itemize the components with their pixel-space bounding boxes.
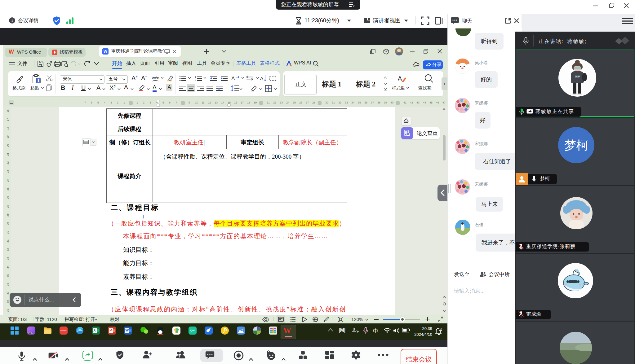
- svg-text:A: A: [260, 76, 263, 81]
- svg-text:<>: <>: [217, 87, 221, 90]
- svg-text:wén: wén: [152, 76, 159, 80]
- svg-text:1: 1: [195, 76, 196, 78]
- svg-text:2: 2: [195, 79, 196, 81]
- svg-text:A: A: [231, 76, 235, 81]
- svg-text:A: A: [398, 75, 402, 82]
- svg-text:z: z: [440, 328, 441, 331]
